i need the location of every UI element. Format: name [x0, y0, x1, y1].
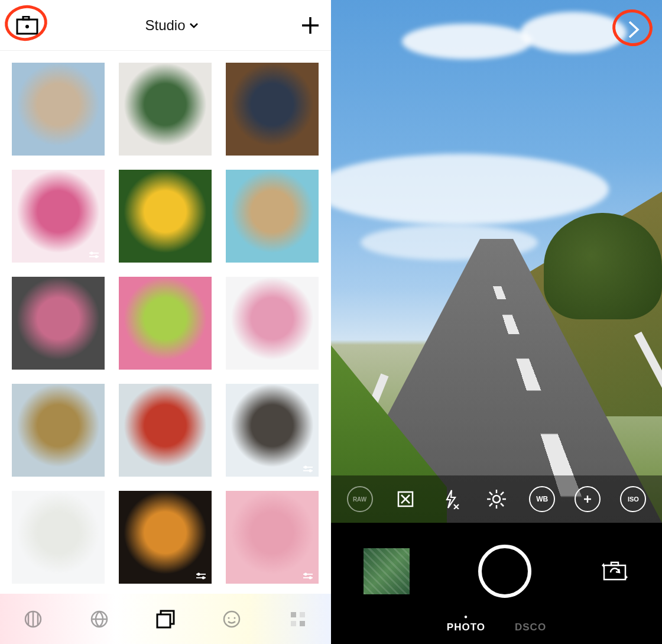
flash-icon — [442, 489, 460, 509]
chevron-down-icon — [189, 22, 199, 28]
photo-thumb[interactable] — [12, 63, 105, 156]
shop-icon — [289, 610, 307, 628]
photo-thumb[interactable] — [226, 63, 319, 156]
svg-rect-18 — [291, 612, 296, 617]
photo-thumb[interactable] — [119, 170, 212, 263]
add-button[interactable] — [300, 15, 320, 35]
nav-feed[interactable] — [20, 606, 46, 632]
photo-thumb[interactable] — [226, 491, 319, 584]
exposure-button[interactable] — [483, 486, 510, 512]
viewfinder[interactable]: RAW — [331, 0, 662, 523]
photo-thumb[interactable] — [226, 384, 319, 477]
photo-thumb[interactable] — [119, 384, 212, 477]
svg-rect-20 — [291, 621, 296, 626]
focus-icon — [582, 494, 593, 504]
svg-point-16 — [228, 617, 230, 619]
switch-camera-button[interactable] — [600, 556, 629, 586]
iso-button[interactable]: ISO — [620, 486, 646, 512]
photo-grid[interactable] — [0, 51, 331, 594]
flash-button[interactable] — [438, 486, 464, 512]
mode-dsco[interactable]: DSCO — [515, 622, 546, 633]
camera-screen: RAW — [331, 0, 662, 644]
cancel-icon — [397, 490, 414, 508]
mode-photo[interactable]: ● PHOTO — [447, 622, 485, 633]
bottom-nav — [0, 594, 331, 644]
svg-rect-14 — [157, 614, 170, 627]
photo-thumb[interactable] — [12, 384, 105, 477]
edited-badge-icon — [195, 572, 208, 580]
edited-badge-icon — [88, 251, 101, 259]
active-mode-dot: ● — [447, 613, 485, 620]
svg-rect-21 — [300, 621, 305, 626]
profile-icon — [222, 610, 241, 629]
edited-badge-icon — [302, 465, 315, 473]
mode-selector[interactable]: ● PHOTO DSCO — [447, 619, 546, 644]
photo-thumb[interactable] — [119, 63, 212, 156]
edited-badge-icon — [302, 572, 315, 580]
svg-rect-19 — [300, 612, 305, 617]
camera-icon — [16, 16, 38, 35]
svg-point-15 — [224, 611, 239, 627]
photo-thumb[interactable] — [226, 170, 319, 263]
svg-point-2 — [25, 25, 29, 28]
chevron-right-icon — [627, 20, 640, 40]
discover-icon — [90, 610, 109, 629]
photo-thumb[interactable] — [12, 491, 105, 584]
studio-title-label: Studio — [145, 17, 185, 34]
shutter-bar: ● PHOTO DSCO — [331, 523, 662, 644]
focus-button[interactable] — [575, 486, 601, 512]
photo-thumb[interactable] — [119, 491, 212, 584]
raw-button[interactable]: RAW — [347, 486, 373, 512]
svg-rect-25 — [611, 562, 618, 565]
raw-label: RAW — [353, 496, 366, 503]
studio-icon — [155, 609, 176, 629]
shutter-button[interactable] — [478, 545, 531, 598]
plus-icon — [300, 15, 320, 35]
switch-camera-icon — [602, 561, 628, 582]
nav-profile[interactable] — [219, 606, 245, 632]
photo-thumb[interactable] — [12, 170, 105, 263]
photo-thumb[interactable] — [12, 277, 105, 370]
camera-button[interactable] — [11, 9, 43, 41]
cancel-button[interactable] — [392, 486, 418, 512]
nav-studio[interactable] — [152, 606, 179, 632]
gallery-thumb[interactable] — [364, 548, 410, 594]
nav-discover[interactable] — [86, 606, 112, 632]
next-button[interactable] — [616, 12, 651, 47]
studio-header: Studio — [0, 0, 331, 51]
wb-label: WB — [536, 495, 548, 503]
feed-icon — [24, 610, 43, 629]
svg-rect-24 — [604, 565, 625, 580]
photo-thumb[interactable] — [119, 277, 212, 370]
studio-screen: Studio — [0, 0, 331, 644]
white-balance-button[interactable]: WB — [529, 486, 555, 512]
nav-shop[interactable] — [285, 606, 311, 632]
svg-point-23 — [493, 496, 500, 503]
studio-title-dropdown[interactable]: Studio — [145, 17, 198, 34]
exposure-icon — [486, 488, 507, 510]
photo-thumb[interactable] — [226, 277, 319, 370]
svg-rect-1 — [23, 17, 29, 20]
iso-label: ISO — [628, 496, 639, 503]
camera-controls: RAW — [331, 475, 662, 523]
svg-point-17 — [234, 617, 236, 619]
